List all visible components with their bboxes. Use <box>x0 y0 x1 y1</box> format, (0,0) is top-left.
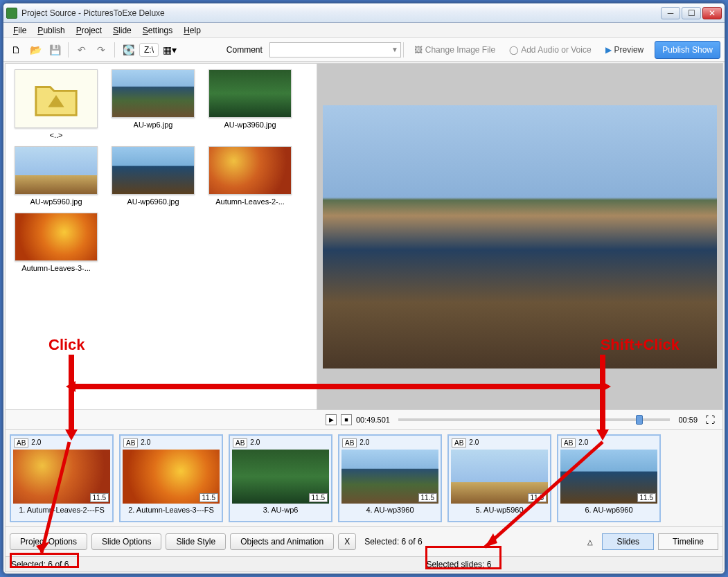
maximize-button[interactable]: ☐ <box>682 7 701 19</box>
slide-item[interactable]: AB2.011.51. Autumn-Leaves-2---FS <box>10 434 114 522</box>
slide-style-button[interactable]: Slide Style <box>166 533 226 550</box>
browser-item[interactable]: AU-wp6960.jpg <box>108 146 198 206</box>
change-image-button[interactable]: 🖼Change Image File <box>409 45 501 55</box>
app-icon <box>6 8 17 19</box>
slide-item[interactable]: AB2.011.53. AU-wp6 <box>229 434 332 522</box>
browser-item[interactable]: <..> <box>11 69 101 139</box>
time-end: 00:59 <box>678 416 698 424</box>
annotation-click: Click <box>48 336 85 354</box>
menu-settings[interactable]: Settings <box>137 24 178 37</box>
x-button[interactable]: X <box>338 533 356 550</box>
toolbar: 🗋 📂 💾 ↶ ↷ 💽 Z:\ ▦▾ Comment ▼ 🖼Change Ima… <box>3 38 725 62</box>
undo-icon[interactable]: ↶ <box>73 42 90 58</box>
comment-label: Comment <box>227 45 263 55</box>
bottom-toolbar: Project Options Slide Options Slide Styl… <box>6 526 722 556</box>
menu-file[interactable]: File <box>8 24 32 37</box>
preview-icon: ▶ <box>605 45 612 55</box>
preview-button[interactable]: ▶Preview <box>600 45 650 55</box>
slide-item[interactable]: AB2.011.54. AU-wp3960 <box>338 434 442 522</box>
drive-icon[interactable]: 💽 <box>120 42 136 58</box>
status-selected-slides: Selected slides: 6 <box>420 560 497 569</box>
objects-animation-button[interactable]: Objects and Animation <box>230 533 334 550</box>
slide-options-button[interactable]: Slide Options <box>91 533 161 550</box>
play-button[interactable]: ▶ <box>326 414 337 425</box>
preview-image <box>323 105 717 369</box>
slide-list: AB2.011.51. Autumn-Leaves-2---FSAB2.011.… <box>6 429 722 526</box>
drive-selector[interactable]: Z:\ <box>139 43 159 57</box>
window-title: Project Source - PicturesToExe Deluxe <box>21 8 661 18</box>
seek-slider[interactable] <box>398 418 671 421</box>
fullscreen-icon[interactable]: ⛶ <box>702 411 718 428</box>
project-options-button[interactable]: Project Options <box>10 533 87 550</box>
browser-item[interactable]: Autumn-Leaves-2-... <box>205 146 295 206</box>
time-current: 00:49.501 <box>356 416 390 424</box>
minimize-button[interactable]: ─ <box>661 7 680 19</box>
new-icon[interactable]: 🗋 <box>8 42 24 58</box>
slide-item[interactable]: AB2.011.52. Autumn-Leaves-3---FS <box>119 434 223 522</box>
menu-help[interactable]: Help <box>178 24 206 37</box>
comment-input[interactable] <box>269 42 401 57</box>
publish-show-button[interactable]: Publish Show <box>655 41 720 59</box>
browser-item[interactable]: AU-wp6.jpg <box>108 69 198 139</box>
annotation-shift-click: Shift+Click <box>601 336 680 354</box>
browser-item[interactable]: AU-wp5960.jpg <box>11 146 101 206</box>
menu-project[interactable]: Project <box>71 24 107 37</box>
menubar: File Publish Project Slide Settings Help <box>3 23 725 38</box>
playbar: ▶ ■ 00:49.501 00:59 ⛶ <box>6 409 722 429</box>
add-audio-button[interactable]: ◯Add Audio or Voice <box>504 45 596 55</box>
slide-item[interactable]: AB2.011.56. AU-wp6960 <box>557 434 661 522</box>
preview-pane <box>317 64 722 409</box>
statusbar: Selected: 6 of 6 Selected slides: 6 <box>6 556 722 571</box>
view-icon[interactable]: ▦▾ <box>161 42 178 58</box>
open-icon[interactable]: 📂 <box>27 42 44 58</box>
timeline-tab[interactable]: Timeline <box>658 533 718 550</box>
file-browser: <..>AU-wp6.jpgAU-wp3960.jpgAU-wp5960.jpg… <box>6 64 317 409</box>
menu-publish[interactable]: Publish <box>32 24 70 37</box>
menu-slide[interactable]: Slide <box>107 24 137 37</box>
close-button[interactable]: ✕ <box>702 7 722 19</box>
browser-item[interactable]: AU-wp3960.jpg <box>205 69 295 139</box>
image-icon: 🖼 <box>414 45 423 55</box>
status-selected-files: Selected: 6 of 6 <box>6 560 74 569</box>
audio-icon: ◯ <box>509 45 518 55</box>
app-window: Project Source - PicturesToExe Deluxe ─ … <box>3 3 725 574</box>
redo-icon[interactable]: ↷ <box>93 42 109 58</box>
collapse-icon[interactable]: △ <box>583 538 598 546</box>
slides-tab[interactable]: Slides <box>602 533 654 550</box>
save-icon[interactable]: 💾 <box>46 42 63 58</box>
stop-button[interactable]: ■ <box>341 414 352 425</box>
slide-item[interactable]: AB2.011.55. AU-wp5960 <box>447 434 551 522</box>
selected-count: Selected: 6 of 6 <box>364 537 422 547</box>
browser-item[interactable]: Autumn-Leaves-3-... <box>11 213 101 272</box>
titlebar: Project Source - PicturesToExe Deluxe ─ … <box>3 3 725 23</box>
